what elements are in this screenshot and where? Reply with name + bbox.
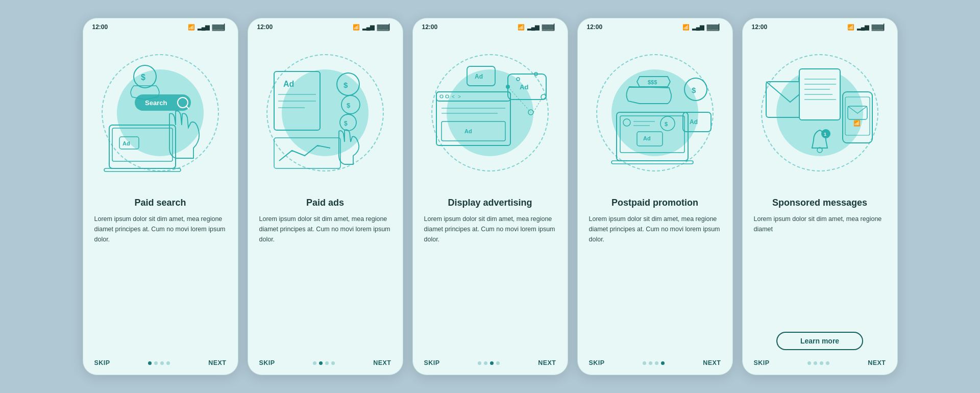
dots-4 [643,361,665,365]
next-btn-5[interactable]: NEXT [868,359,886,366]
wifi-icon-2: 📶 [353,24,360,31]
battery-icon: ▓▓▓▏ [212,24,228,31]
body-sponsored: Lorem ipsum dolor sit dim amet, mea regi… [754,214,886,327]
dot-3-2 [484,361,487,365]
svg-text:Ad: Ad [464,128,472,134]
dot-4-4 [661,361,665,365]
dots-5 [807,361,829,365]
svg-rect-44 [617,112,688,161]
content-display-ads: Display advertising Lorem ipsum dolor si… [413,192,568,354]
wifi-icon-4: 📶 [682,24,690,31]
body-paid-ads: Lorem ipsum dolor sit dim amet, mea regi… [259,214,391,355]
dot-4-3 [655,361,658,365]
svg-text:📶: 📶 [853,119,861,127]
svg-rect-1 [112,128,173,161]
illustration-paid-search: Ad Search $ [83,34,238,192]
svg-rect-69 [845,97,870,135]
dot-2-4 [331,361,335,365]
status-icons-1: 📶 ▂▄▆ ▓▓▓▏ [188,24,229,31]
illustration-display-ads: < > Ad Ad Ad [413,34,568,192]
dot-1-1 [148,361,152,365]
svg-display-ads: < > Ad Ad Ad [424,46,556,184]
svg-point-26 [446,95,449,98]
body-postpaid: Lorem ipsum dolor sit dim amet, mea regi… [589,214,721,355]
svg-point-16 [337,73,359,95]
svg-rect-24 [436,92,510,101]
learn-more-button[interactable]: Learn more [776,332,863,350]
dot-1-4 [166,361,170,365]
illustration-paid-ads: Ad $ $ $ [248,34,403,192]
nav-bar-5: SKIP NEXT [743,354,897,375]
status-bar-3: 12:00 📶 ▂▄▆ ▓▓▓▏ [413,18,568,34]
svg-postpaid: Ad $ $$$ $ Ad [589,46,721,184]
svg-text:$$$: $$$ [648,79,657,85]
wifi-icon-3: 📶 [518,24,525,31]
screen-sponsored-messages: 12:00 📶 ▂▄▆ ▓▓▓▏ $ [742,18,898,375]
screen-display-advertising: 12:00 📶 ▂▄▆ ▓▓▓▏ < > [412,18,568,375]
status-bar-5: 12:00 📶 ▂▄▆ ▓▓▓▏ [743,18,897,34]
time-3: 12:00 [422,23,438,31]
svg-sponsored: $ 📶 1 [753,46,886,184]
svg-text:<: < [452,94,455,100]
svg-text:$: $ [347,102,351,109]
screens-container: 12:00 📶 ▂▄▆ ▓▓▓▏ Ad [83,18,898,375]
svg-point-46 [623,119,630,126]
next-btn-1[interactable]: NEXT [208,359,226,366]
svg-rect-23 [436,92,510,145]
skip-btn-5[interactable]: SKIP [754,359,770,366]
signal-icon: ▂▄▆ [198,24,210,31]
svg-point-20 [340,114,356,131]
wifi-icon: 📶 [188,24,195,31]
status-icons-3: 📶 ▂▄▆ ▓▓▓▏ [518,24,558,31]
next-btn-3[interactable]: NEXT [538,359,556,366]
svg-text:$: $ [344,120,348,127]
svg-text:$: $ [344,81,348,89]
content-paid-search: Paid search Lorem ipsum dolor sit dim am… [83,192,238,354]
svg-point-36 [517,78,520,81]
svg-paid-ads: Ad $ $ $ [259,46,391,184]
dot-5-3 [820,361,823,365]
title-display-ads: Display advertising [424,197,556,209]
dot-3-3 [490,361,494,365]
svg-paid-search: Ad Search $ [94,46,227,184]
status-icons-5: 📶 ▂▄▆ ▓▓▓▏ [847,24,888,31]
svg-point-18 [341,95,360,114]
time-1: 12:00 [92,23,108,31]
battery-icon-5: ▓▓▓▏ [871,24,888,31]
next-btn-4[interactable]: NEXT [703,359,721,366]
skip-btn-3[interactable]: SKIP [424,359,440,366]
svg-text:$: $ [141,73,145,82]
wifi-icon-5: 📶 [847,24,854,31]
signal-icon-2: ▂▄▆ [362,24,375,31]
title-sponsored: Sponsored messages [754,197,886,209]
svg-text:Ad: Ad [690,118,698,126]
next-btn-2[interactable]: NEXT [373,359,391,366]
svg-text:Ad: Ad [520,83,528,91]
title-paid-search: Paid search [94,197,227,209]
content-paid-ads: Paid ads Lorem ipsum dolor sit dim amet,… [248,192,403,354]
dot-3-4 [496,361,500,365]
dot-3-1 [478,361,481,365]
status-bar-2: 12:00 📶 ▂▄▆ ▓▓▓▏ [248,18,403,34]
dot-4-1 [643,361,646,365]
dots-1 [148,361,170,365]
skip-btn-4[interactable]: SKIP [589,359,605,366]
battery-icon-2: ▓▓▓▏ [377,24,393,31]
dot-1-3 [160,361,164,365]
illustration-sponsored: $ 📶 1 [743,34,897,192]
dot-4-2 [649,361,652,365]
time-5: 12:00 [752,23,768,31]
skip-btn-2[interactable]: SKIP [259,359,275,366]
svg-rect-31 [442,121,505,141]
svg-text:$: $ [665,121,668,127]
status-bar-1: 12:00 📶 ▂▄▆ ▓▓▓▏ [83,18,238,34]
dot-2-1 [313,361,316,365]
signal-icon-3: ▂▄▆ [527,24,540,31]
skip-btn-1[interactable]: SKIP [94,359,110,366]
svg-text:Ad: Ad [122,140,130,146]
content-postpaid: Postpaid promotion Lorem ipsum dolor sit… [578,192,732,354]
screen-paid-search: 12:00 📶 ▂▄▆ ▓▓▓▏ Ad [83,18,238,375]
svg-text:>: > [458,94,461,100]
title-paid-ads: Paid ads [259,197,391,209]
svg-text:Ad: Ad [475,73,483,80]
